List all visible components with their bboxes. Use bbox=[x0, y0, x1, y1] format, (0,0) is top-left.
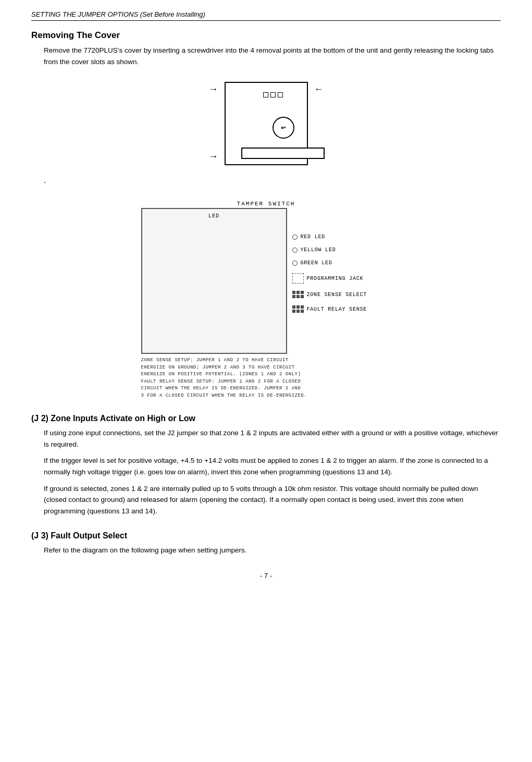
pin-dot-3 bbox=[301, 291, 304, 294]
j2-para1: If using zone input connections, set the… bbox=[44, 427, 501, 450]
jumper-pin-1 bbox=[263, 92, 268, 97]
green-led-circle bbox=[292, 261, 298, 266]
red-led-circle bbox=[292, 235, 298, 240]
fault-pin-dot-2 bbox=[296, 305, 300, 309]
j3-para1: Refer to the diagram on the following pa… bbox=[44, 545, 501, 556]
right-row-zone-sense: ZONE SENSE SELECT bbox=[292, 291, 367, 298]
right-row-fault-relay: FAULT RELAY SENSE bbox=[292, 305, 367, 313]
arrow-right-top-icon: ← bbox=[314, 84, 324, 95]
note-line-6: 3 FOR A CLOSED CIRCUIT WHEN THE RELAY IS… bbox=[141, 392, 391, 400]
yellow-led-label: YELLOW LED bbox=[301, 247, 336, 253]
header-title: SETTING THE JUMPER OPTIONS (Set Before I… bbox=[31, 10, 205, 18]
tamper-switch-label: TAMPER SWITCH bbox=[141, 201, 391, 207]
fault-relay-label: FAULT RELAY SENSE bbox=[307, 306, 367, 312]
jumper-pin-2 bbox=[270, 92, 276, 97]
jumper-pin-3 bbox=[278, 92, 283, 97]
cover-jumpers bbox=[263, 92, 283, 97]
board-rect: LED bbox=[141, 208, 287, 354]
board-inner-content: LED bbox=[142, 209, 286, 227]
note-line-5: CIRCUIT WHEN THE RELAY IS DE-ENERGIZED. … bbox=[141, 385, 391, 392]
cover-bottom-rect bbox=[241, 148, 325, 159]
fault-pin-dot-4 bbox=[292, 310, 295, 313]
prog-jack-label: PROGRAMMING JACK bbox=[307, 276, 364, 281]
board-notes: ZONE SENSE SETUP: JUMPER 1 AND 2 TO HAVE… bbox=[141, 357, 391, 399]
j3-section: (J 3) Fault Output Select Refer to the d… bbox=[31, 531, 501, 556]
fault-pin-dot-1 bbox=[292, 305, 295, 309]
fault-pin-dot-5 bbox=[296, 310, 300, 313]
cover-button-icon: ↩ bbox=[281, 125, 286, 131]
board-led-top-label: LED bbox=[147, 213, 281, 219]
right-row-prog-jack: PROGRAMMING JACK bbox=[292, 273, 367, 284]
board-wrapper: LED RED LED YELLOW LED bbox=[141, 208, 391, 354]
cover-rect: ↩ bbox=[225, 82, 308, 165]
red-led-label: RED LED bbox=[301, 234, 326, 240]
fault-pin-dot-6 bbox=[301, 310, 304, 313]
j2-para2: If the trigger level is set for positive… bbox=[44, 455, 501, 477]
pin-dot-5 bbox=[296, 295, 300, 298]
note-line-1: ZONE SENSE SETUP: JUMPER 1 AND 2 TO HAVE… bbox=[141, 357, 391, 364]
period-line: . bbox=[44, 176, 501, 185]
board-outer: TAMPER SWITCH LED RED LED bbox=[141, 201, 391, 399]
right-row-red-led: RED LED bbox=[292, 234, 367, 240]
board-right-side: RED LED YELLOW LED GREEN LED PROGRAMMING… bbox=[292, 208, 367, 313]
j2-title: (J 2) Zone Inputs Activate on High or Lo… bbox=[31, 414, 501, 423]
cover-diagram: → ← → ← ↩ bbox=[209, 77, 324, 170]
note-line-2: ENERGIZE ON GROUND; JUMPER 2 AND 3 TO HA… bbox=[141, 364, 391, 372]
j3-title: (J 3) Fault Output Select bbox=[31, 531, 501, 540]
right-row-yellow-led: YELLOW LED bbox=[292, 247, 367, 253]
yellow-led-circle bbox=[292, 248, 298, 253]
pin-dot-4 bbox=[292, 295, 295, 298]
j2-para3: If ground is selected, zones 1 & 2 are i… bbox=[44, 483, 501, 517]
zone-sense-label: ZONE SENSE SELECT bbox=[307, 292, 367, 298]
arrow-left-top-icon: → bbox=[209, 84, 218, 95]
note-line-3: ENERGIZE ON POSITIVE POTENTIAL. (ZONES 1… bbox=[141, 371, 391, 378]
pin-dot-1 bbox=[292, 291, 295, 294]
removing-cover-title: Removing The Cover bbox=[31, 30, 501, 41]
j2-section: (J 2) Zone Inputs Activate on High or Lo… bbox=[31, 414, 501, 517]
removing-cover-section: Removing The Cover Remove the 7720PLUS's… bbox=[31, 30, 501, 399]
pin-dot-2 bbox=[296, 291, 300, 294]
cover-center-button: ↩ bbox=[273, 117, 294, 139]
arrow-left-bot-icon: → bbox=[209, 151, 218, 162]
prog-jack-box bbox=[292, 273, 304, 284]
board-diagram-container: TAMPER SWITCH LED RED LED bbox=[31, 201, 501, 399]
pin-dot-6 bbox=[301, 295, 304, 298]
zone-sense-pins bbox=[292, 291, 304, 298]
right-row-green-led: GREEN LED bbox=[292, 260, 367, 266]
note-line-4: FAULT RELAY SENSE SETUP: JUMPER 1 AND 2 … bbox=[141, 378, 391, 386]
fault-pin-dot-3 bbox=[301, 305, 304, 309]
removing-cover-body: Remove the 7720PLUS's cover by inserting… bbox=[44, 45, 501, 67]
cover-diagram-container: → ← → ← ↩ bbox=[31, 77, 501, 170]
page-header: SETTING THE JUMPER OPTIONS (Set Before I… bbox=[31, 10, 501, 21]
green-led-label: GREEN LED bbox=[301, 260, 332, 266]
page-number: - 7 - bbox=[31, 572, 501, 580]
fault-relay-pins bbox=[292, 305, 304, 313]
